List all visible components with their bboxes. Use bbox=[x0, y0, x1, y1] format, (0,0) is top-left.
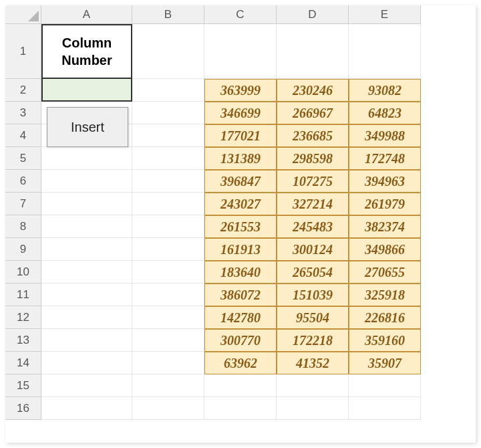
data-cell[interactable]: 349988 bbox=[349, 124, 421, 147]
cell-B11[interactable] bbox=[132, 284, 204, 306]
cell-B6[interactable] bbox=[132, 170, 204, 193]
column-header-e[interactable]: E bbox=[349, 5, 421, 24]
data-cell[interactable]: 131389 bbox=[204, 147, 277, 170]
data-cell[interactable]: 151039 bbox=[277, 284, 349, 306]
cell-B5[interactable] bbox=[132, 147, 204, 170]
cell-D16[interactable] bbox=[277, 397, 349, 420]
cell-E16[interactable] bbox=[349, 397, 421, 420]
data-cell[interactable]: 177021 bbox=[204, 124, 277, 147]
data-cell[interactable]: 300124 bbox=[277, 238, 349, 261]
cell-B15[interactable] bbox=[132, 374, 204, 397]
data-cell[interactable]: 35907 bbox=[349, 352, 421, 374]
column-header-a[interactable]: A bbox=[41, 5, 132, 24]
data-cell[interactable]: 172748 bbox=[349, 147, 421, 170]
data-cell[interactable]: 95504 bbox=[277, 306, 349, 329]
data-cell[interactable]: 346699 bbox=[204, 102, 277, 124]
cell-A7[interactable] bbox=[41, 193, 132, 215]
data-cell[interactable]: 161913 bbox=[204, 238, 277, 261]
cell-D15[interactable] bbox=[277, 374, 349, 397]
data-cell[interactable]: 363999 bbox=[204, 79, 277, 102]
cell-B1[interactable] bbox=[132, 24, 204, 79]
cell-B9[interactable] bbox=[132, 238, 204, 261]
row-header-9[interactable]: 9 bbox=[5, 238, 41, 261]
cell-E15[interactable] bbox=[349, 374, 421, 397]
cell-C15[interactable] bbox=[204, 374, 277, 397]
data-cell[interactable]: 382374 bbox=[349, 215, 421, 238]
cell-D1[interactable] bbox=[277, 24, 349, 79]
insert-button[interactable]: Insert bbox=[47, 107, 128, 147]
data-cell[interactable]: 359160 bbox=[349, 329, 421, 352]
row-header-4[interactable]: 4 bbox=[5, 124, 41, 147]
cell-A16[interactable] bbox=[41, 397, 132, 420]
cell-B12[interactable] bbox=[132, 306, 204, 329]
data-cell[interactable]: 243027 bbox=[204, 193, 277, 215]
row-header-1[interactable]: 1 bbox=[5, 24, 41, 79]
cell-B10[interactable] bbox=[132, 261, 204, 284]
cell-A12[interactable] bbox=[41, 306, 132, 329]
data-cell[interactable]: 183640 bbox=[204, 261, 277, 284]
cell-A13[interactable] bbox=[41, 329, 132, 352]
cell-C16[interactable] bbox=[204, 397, 277, 420]
column-header-c[interactable]: C bbox=[204, 5, 277, 24]
cell-A8[interactable] bbox=[41, 215, 132, 238]
cell-A14[interactable] bbox=[41, 352, 132, 374]
data-cell[interactable]: 396847 bbox=[204, 170, 277, 193]
data-cell[interactable]: 298598 bbox=[277, 147, 349, 170]
row-header-8[interactable]: 8 bbox=[5, 215, 41, 238]
row-header-6[interactable]: 6 bbox=[5, 170, 41, 193]
row-header-5[interactable]: 5 bbox=[5, 147, 41, 170]
row-header-15[interactable]: 15 bbox=[5, 374, 41, 397]
row-header-7[interactable]: 7 bbox=[5, 193, 41, 215]
data-cell[interactable]: 349866 bbox=[349, 238, 421, 261]
cell-A5[interactable] bbox=[41, 147, 132, 170]
data-cell[interactable]: 270655 bbox=[349, 261, 421, 284]
data-cell[interactable]: 386072 bbox=[204, 284, 277, 306]
data-cell[interactable]: 394963 bbox=[349, 170, 421, 193]
data-cell[interactable]: 245483 bbox=[277, 215, 349, 238]
cell-B2[interactable] bbox=[132, 79, 204, 102]
data-cell[interactable]: 230246 bbox=[277, 79, 349, 102]
data-cell[interactable]: 236685 bbox=[277, 124, 349, 147]
cell-A1[interactable]: ColumnNumber bbox=[41, 24, 132, 79]
data-cell[interactable]: 300770 bbox=[204, 329, 277, 352]
data-cell[interactable]: 226816 bbox=[349, 306, 421, 329]
cell-B14[interactable] bbox=[132, 352, 204, 374]
data-cell[interactable]: 64823 bbox=[349, 102, 421, 124]
row-header-14[interactable]: 14 bbox=[5, 352, 41, 374]
data-cell[interactable]: 325918 bbox=[349, 284, 421, 306]
cell-B16[interactable] bbox=[132, 397, 204, 420]
cell-A9[interactable] bbox=[41, 238, 132, 261]
cell-A6[interactable] bbox=[41, 170, 132, 193]
data-cell[interactable]: 266967 bbox=[277, 102, 349, 124]
cell-B3[interactable] bbox=[132, 102, 204, 124]
row-header-11[interactable]: 11 bbox=[5, 284, 41, 306]
data-cell[interactable]: 261553 bbox=[204, 215, 277, 238]
cell-A10[interactable] bbox=[41, 261, 132, 284]
cell-A15[interactable] bbox=[41, 374, 132, 397]
data-cell[interactable]: 327214 bbox=[277, 193, 349, 215]
select-all-corner[interactable] bbox=[5, 5, 41, 24]
row-header-10[interactable]: 10 bbox=[5, 261, 41, 284]
row-header-2[interactable]: 2 bbox=[5, 79, 41, 102]
cell-B8[interactable] bbox=[132, 215, 204, 238]
cell-B13[interactable] bbox=[132, 329, 204, 352]
data-cell[interactable]: 41352 bbox=[277, 352, 349, 374]
data-cell[interactable]: 93082 bbox=[349, 79, 421, 102]
data-cell[interactable]: 265054 bbox=[277, 261, 349, 284]
row-header-13[interactable]: 13 bbox=[5, 329, 41, 352]
cell-C1[interactable] bbox=[204, 24, 277, 79]
row-header-3[interactable]: 3 bbox=[5, 102, 41, 124]
column-header-b[interactable]: B bbox=[132, 5, 204, 24]
row-header-16[interactable]: 16 bbox=[5, 397, 41, 420]
column-header-d[interactable]: D bbox=[277, 5, 349, 24]
column-number-input[interactable] bbox=[41, 79, 132, 102]
data-cell[interactable]: 142780 bbox=[204, 306, 277, 329]
data-cell[interactable]: 261979 bbox=[349, 193, 421, 215]
cell-B7[interactable] bbox=[132, 193, 204, 215]
cell-E1[interactable] bbox=[349, 24, 421, 79]
data-cell[interactable]: 63962 bbox=[204, 352, 277, 374]
row-header-12[interactable]: 12 bbox=[5, 306, 41, 329]
cell-A11[interactable] bbox=[41, 284, 132, 306]
cell-B4[interactable] bbox=[132, 124, 204, 147]
data-cell[interactable]: 107275 bbox=[277, 170, 349, 193]
